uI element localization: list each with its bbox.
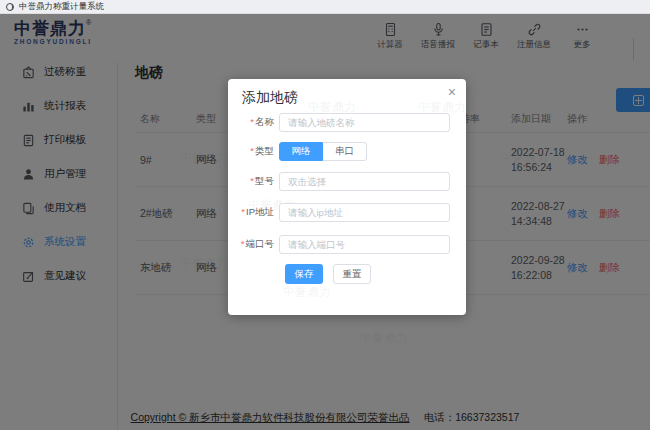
port-input[interactable]	[279, 235, 450, 254]
ip-input[interactable]	[279, 203, 450, 222]
dialog-buttons: 保存 重置	[228, 264, 466, 284]
watermark-text: 中誉鼎力	[283, 284, 331, 301]
required-mark: *	[250, 116, 254, 127]
type-option-network[interactable]: 网络	[279, 142, 323, 161]
form-row-ip: *IP地址	[228, 203, 466, 222]
required-mark: *	[250, 145, 254, 156]
type-label: *类型	[228, 145, 274, 158]
app-icon	[6, 3, 14, 11]
port-label: *端口号	[228, 238, 274, 251]
ip-label: *IP地址	[228, 206, 274, 219]
name-label: *名称	[228, 116, 274, 129]
add-weighbridge-dialog: 中誉鼎力 中誉鼎力 中誉鼎力 中誉鼎力 中誉鼎力 添加地磅 × *名称 *类型 …	[228, 79, 466, 315]
window-titlebar: 中誉鼎力称重计量系统	[0, 0, 650, 14]
app-window: 中誉鼎力称重计量系统 中誉鼎力® ZHONGYUDINGLI 计算器 语音播报	[0, 0, 650, 430]
model-input[interactable]	[279, 172, 450, 191]
required-mark: *	[241, 206, 245, 217]
close-icon[interactable]: ×	[448, 84, 456, 100]
form-row-port: *端口号	[228, 235, 466, 254]
reset-button[interactable]: 重置	[333, 264, 371, 284]
window-title: 中誉鼎力称重计量系统	[19, 1, 104, 13]
form-row-model: *型号	[228, 172, 466, 191]
type-option-serial[interactable]: 串口	[323, 142, 367, 161]
required-mark: *	[241, 238, 245, 249]
type-toggle-group: 网络 串口	[279, 142, 367, 161]
form-row-name: *名称	[228, 113, 466, 132]
save-button[interactable]: 保存	[285, 264, 323, 284]
required-mark: *	[250, 175, 254, 186]
dialog-title: 添加地磅	[242, 89, 298, 107]
form-row-type: *类型 网络 串口	[228, 142, 466, 161]
name-input[interactable]	[279, 113, 450, 132]
model-label: *型号	[228, 175, 274, 188]
